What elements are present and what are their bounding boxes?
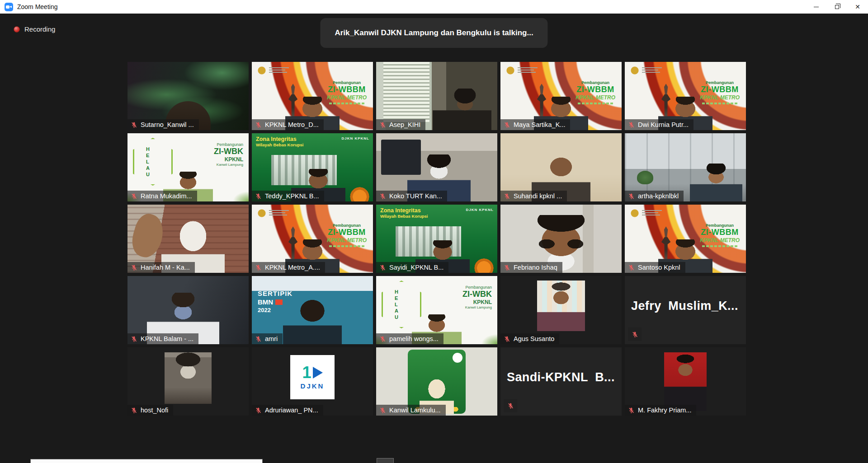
play-triangle-icon xyxy=(313,367,323,379)
window-controls: ✕ xyxy=(806,0,868,14)
participant-tile[interactable]: PembangunanZI-WBBMKPKNL METRO KPKNL Metr… xyxy=(252,62,373,130)
participant-name: KPKNL Metro_A.... xyxy=(265,264,320,271)
minimize-button[interactable] xyxy=(806,0,826,14)
zi-wbbm-caption: PembangunanZI-WBBMKPKNL METRO xyxy=(700,80,740,104)
window-titlebar[interactable]: Zoom Meeting ✕ xyxy=(0,0,868,14)
muted-mic-icon xyxy=(131,264,137,271)
participant-tile[interactable]: artha-kpknlbkl xyxy=(625,133,746,201)
participant-name: amri xyxy=(265,335,278,342)
participant-name-label: Santoso Kpknl xyxy=(625,262,685,273)
video-grid: Sutarno_Kanwil ... PembangunanZI-WBBMKPK… xyxy=(127,62,746,416)
muted-mic-icon xyxy=(255,122,262,128)
zi-wbbm-caption: PembangunanZI-WBBMKPKNL METRO xyxy=(327,80,367,104)
participant-tile[interactable]: 1DJKN Adruriawan_ PN... xyxy=(252,347,373,416)
participant-name-label: amri xyxy=(252,333,283,344)
participant-tile[interactable]: host_Nofi xyxy=(127,347,249,416)
participant-tile[interactable]: Asep_KIHI xyxy=(376,62,497,130)
participant-tile[interactable]: KPKNL Balam - ... xyxy=(127,276,249,344)
bottom-control-peek[interactable] xyxy=(377,458,394,463)
participant-name-label: Teddy_KPKNL B... xyxy=(252,191,324,201)
participant-tile[interactable]: Suhandi kpknl ... xyxy=(500,133,622,201)
participant-name: Febriano Ishaq xyxy=(514,264,557,271)
participant-name: KPKNL Metro_D... xyxy=(265,121,319,128)
participant-name: KPKNL Balam - ... xyxy=(141,335,193,342)
participant-tile[interactable]: Zona IntegritasWilayah Bebas KorupsiDJKN… xyxy=(252,133,373,201)
participant-tile[interactable]: Sutarno_Kanwil ... xyxy=(127,62,249,130)
green-poster xyxy=(408,350,466,414)
participant-name-label: Febriano Ishaq xyxy=(500,262,562,273)
kemenkeu-logo xyxy=(257,208,294,218)
kemenkeu-logo xyxy=(506,65,543,75)
participant-name: host_Nofi xyxy=(141,407,168,414)
participant-tile[interactable]: Febriano Ishaq xyxy=(500,205,622,273)
avatar xyxy=(537,281,585,331)
participant-tile[interactable]: PembangunanZI-WBBMKPKNL METRO Dwi Kurnia… xyxy=(625,62,746,130)
participant-name: Kanwil Lamkulu... xyxy=(389,407,441,414)
participant-tile[interactable]: Sandi-KPKNL B... xyxy=(500,347,622,416)
participant-name-label: Hanifah M - Ka... xyxy=(127,262,195,273)
participant-tile[interactable]: Zona IntegritasWilayah Bebas KorupsiDJKN… xyxy=(376,205,497,273)
zi-wbk-caption: PembangunanZI-WBKKPKNLKanwil Lampung xyxy=(214,142,243,167)
tagline-decor xyxy=(329,245,364,247)
participant-name-label: Adruriawan_ PN... xyxy=(252,405,323,416)
participant-name: Asep_KIHI xyxy=(389,121,420,128)
zi-wbk-caption: PembangunanZI-WBKKPKNLKanwil Lampung xyxy=(462,285,492,309)
muted-mic-icon xyxy=(255,264,262,271)
participant-name: Dwi Kurnia Putr... xyxy=(638,121,689,128)
helau-hexagon: HELAU xyxy=(382,281,421,328)
kemenkeu-logo xyxy=(630,208,667,218)
participant-name: M. Fakhry Priam... xyxy=(638,407,691,414)
muted-mic-icon xyxy=(504,193,510,200)
muted-mic-icon xyxy=(131,122,137,128)
participant-tile[interactable]: HELAUPembangunanZI-WBKKPKNLKanwil Lampun… xyxy=(376,276,497,344)
kemenkeu-logo xyxy=(257,65,294,75)
participant-tile[interactable]: PembangunanZI-WBBMKPKNL METRO Santoso Kp… xyxy=(625,205,746,273)
participant-tile[interactable]: Koko TURT Kan... xyxy=(376,133,497,201)
participant-name-label: Asep_KIHI xyxy=(376,119,425,130)
participant-name: Sayidi_KPKNL B... xyxy=(389,264,443,271)
restore-button[interactable] xyxy=(826,0,847,14)
muted-mic-icon xyxy=(504,336,510,342)
participant-name-label: Suhandi kpknl ... xyxy=(500,191,567,201)
participant-name-label: artha-kpknlbkl xyxy=(625,191,684,201)
avatar xyxy=(664,352,707,411)
muted-mic-icon xyxy=(255,336,262,342)
participant-name-label: KPKNL Metro_D... xyxy=(252,119,324,130)
participant-tile[interactable]: Kanwil Lamkulu... xyxy=(376,347,497,416)
muted-mic-icon xyxy=(379,264,386,271)
sertipikasi-banner-text: SERTIPIKBMN2022 xyxy=(258,290,292,313)
participant-tile[interactable]: PembangunanZI-WBBMKPKNL METRO Maya Sarti… xyxy=(500,62,622,130)
participant-name: Hanifah M - Ka... xyxy=(141,264,190,271)
close-button[interactable]: ✕ xyxy=(847,0,868,14)
participant-tile[interactable]: M. Fakhry Priam... xyxy=(625,347,746,416)
muted-mic-icon xyxy=(628,407,635,414)
participant-name-label: KPKNL Balam - ... xyxy=(127,333,198,344)
participant-tile[interactable]: PembangunanZI-WBBMKPKNL METRO KPKNL Metr… xyxy=(252,205,373,273)
muted-mic-icon xyxy=(379,193,386,200)
participant-tile[interactable]: Agus Susanto xyxy=(500,276,622,344)
participant-tile[interactable]: SERTIPIKBMN2022 amri xyxy=(252,276,373,344)
participant-name: Teddy_KPKNL B... xyxy=(265,192,319,200)
participant-name-label: host_Nofi xyxy=(127,405,173,416)
muted-mic-icon xyxy=(131,407,137,414)
recording-indicator: Recording xyxy=(14,25,55,33)
participant-name: Suhandi kpknl ... xyxy=(514,192,562,200)
djkn-kpknl-logos: DJKN KPKNL xyxy=(341,136,369,140)
zi-wbbm-caption: PembangunanZI-WBBMKPKNL METRO xyxy=(327,223,367,247)
muted-mic-icon xyxy=(504,264,510,271)
participant-name-label: Kanwil Lamkulu... xyxy=(376,405,446,416)
muted-mic-icon xyxy=(507,402,514,409)
muted-mic-icon xyxy=(628,122,635,128)
participant-name-label: Sayidi_KPKNL B... xyxy=(376,262,448,273)
tagline-decor xyxy=(578,103,613,104)
muted-mic-icon xyxy=(379,336,386,342)
window-title: Zoom Meeting xyxy=(17,3,57,10)
participant-tile[interactable]: HELAUPembangunanZI-WBKKPKNLKanwil Lampun… xyxy=(127,133,249,201)
participant-tile[interactable]: Jefry Muslim_K... xyxy=(625,276,746,344)
participant-tile[interactable]: Hanifah M - Ka... xyxy=(127,205,249,273)
bottom-window-peek[interactable] xyxy=(30,459,263,463)
participant-name: pamelih wongs... xyxy=(389,335,439,342)
participant-name-label: pamelih wongs... xyxy=(376,333,443,344)
zi-wbbm-caption: PembangunanZI-WBBMKPKNL METRO xyxy=(700,223,740,247)
participant-name: Koko TURT Kan... xyxy=(389,192,442,200)
